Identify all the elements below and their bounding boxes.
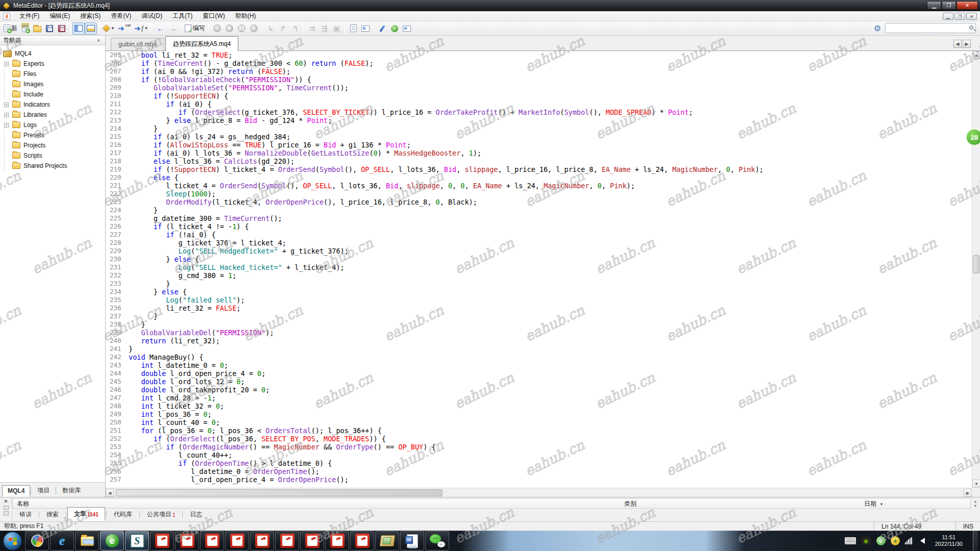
- start-button[interactable]: [3, 532, 22, 550]
- column-date[interactable]: 日期▼: [860, 499, 888, 508]
- scroll-right-icon[interactable]: ▶: [964, 489, 972, 497]
- column-name[interactable]: 名称: [13, 499, 620, 508]
- menu-item-3[interactable]: 查看(V): [106, 11, 136, 21]
- tab-scroll-right-icon[interactable]: ▶: [963, 40, 971, 48]
- maximize-button[interactable]: ❐: [942, 1, 956, 10]
- floating-badge[interactable]: 28: [966, 129, 980, 146]
- taskbar-app-pinwheel[interactable]: [25, 531, 49, 550]
- menu-item-4[interactable]: 调试(D): [136, 11, 167, 21]
- mdi-close-button[interactable]: ✕: [966, 13, 977, 20]
- speaker-icon[interactable]: [917, 538, 925, 544]
- menu-item-6[interactable]: 窗口(W): [198, 11, 230, 21]
- continue-button[interactable]: ⇶: [318, 22, 330, 35]
- vertical-scrollbar[interactable]: ▲ ▼: [972, 51, 980, 488]
- toolbox-tab-0[interactable]: 错误: [13, 508, 38, 521]
- step-into-button[interactable]: ↳: [264, 22, 277, 35]
- nvidia-tray-icon[interactable]: ◉: [861, 537, 871, 545]
- mql-wizard-button[interactable]: ▼: [102, 22, 116, 35]
- hscroll-thumb[interactable]: [116, 489, 443, 496]
- navigator-tab-1[interactable]: 项目: [32, 484, 55, 497]
- tree-item-include[interactable]: Include: [0, 89, 105, 99]
- tree-item-logs[interactable]: +Logs: [0, 120, 105, 130]
- debug-pause-button[interactable]: ❚❚: [235, 22, 248, 35]
- debug-restart-button[interactable]: ↺: [211, 22, 223, 35]
- taskbar-app-metaeditor[interactable]: S: [125, 531, 149, 550]
- code-editor[interactable]: 205 bool li_ret_32 = TRUE;206 if (TimeCu…: [106, 51, 972, 488]
- scroll-up-icon[interactable]: ▲: [972, 51, 980, 59]
- tree-item-projects[interactable]: Projects: [0, 140, 105, 151]
- menu-item-2[interactable]: 搜索(S): [75, 11, 106, 21]
- taskbar-app-wechat[interactable]: [425, 531, 449, 550]
- minimize-button[interactable]: ▁: [927, 1, 941, 10]
- mdi-minimize-button[interactable]: ▁: [943, 13, 953, 20]
- compile-button[interactable]: 编写: [183, 22, 206, 35]
- toolbox-tab-1[interactable]: 搜索: [40, 508, 65, 521]
- highlight-button[interactable]: [376, 22, 388, 35]
- taskbar-app-word[interactable]: [400, 531, 424, 550]
- toolbox-close-icon[interactable]: ✕: [4, 498, 8, 504]
- taskbar-app-red-8[interactable]: [325, 531, 349, 550]
- taskbar-app-ie[interactable]: e: [50, 531, 74, 550]
- browser-tray-icon[interactable]: e: [876, 536, 886, 545]
- tree-item-scripts[interactable]: Scripts: [0, 151, 105, 161]
- keyboard-tray-icon[interactable]: [845, 537, 856, 544]
- toolbox-tab-2[interactable]: 文章1141: [67, 507, 105, 521]
- toggle-toolbox-button[interactable]: [85, 22, 97, 35]
- tab-scroll-left-icon[interactable]: ◀: [953, 40, 962, 48]
- menu-item-7[interactable]: 帮助(H): [230, 11, 261, 21]
- expand-plus-icon[interactable]: +: [4, 113, 9, 117]
- column-category[interactable]: 类别: [620, 499, 860, 508]
- taskbar-app-red-9[interactable]: [350, 531, 374, 550]
- menu-item-1[interactable]: 编辑(E): [44, 11, 75, 21]
- tree-item-images[interactable]: Images: [0, 79, 105, 89]
- plus-tray-icon[interactable]: +: [891, 536, 900, 545]
- menu-item-0[interactable]: 文件(F): [14, 11, 44, 21]
- toolbox-tab-4[interactable]: 公共项目1: [141, 508, 182, 521]
- expand-plus-icon[interactable]: +: [4, 123, 9, 128]
- debug-stop-button[interactable]: ■: [248, 22, 260, 35]
- taskbar-app-red-1[interactable]: [150, 531, 174, 550]
- snippets-button[interactable]: [359, 22, 372, 35]
- tree-item-files[interactable]: Files: [0, 69, 105, 79]
- open-file-button[interactable]: [31, 22, 43, 35]
- taskbar-app-red-4[interactable]: [225, 531, 249, 550]
- scroll-left-icon[interactable]: ◀: [106, 489, 114, 497]
- taskbar-app-red-3[interactable]: [200, 531, 224, 550]
- horizontal-scrollbar[interactable]: ◀ ▶: [106, 488, 972, 497]
- editor-tab-1[interactable]: 趋势跟踪系统A5.mq4: [165, 36, 238, 51]
- expand-plus-icon[interactable]: +: [4, 103, 9, 107]
- show-desktop-button[interactable]: [973, 531, 978, 551]
- mqid-button[interactable]: [401, 22, 413, 35]
- step-over-button[interactable]: ↱: [277, 22, 289, 35]
- tree-item-indicators[interactable]: +Indicators: [0, 99, 105, 110]
- editor-tab-0[interactable]: guibin s9.mq4: [111, 38, 164, 51]
- save-as-button[interactable]: [56, 22, 68, 35]
- function-list-button[interactable]: ➜f▼: [133, 22, 150, 35]
- expand-plus-icon[interactable]: +: [4, 62, 9, 66]
- tree-item-presets[interactable]: Presets: [0, 130, 105, 140]
- syntax-check-button[interactable]: ✓: [388, 22, 401, 35]
- toolbox-spinner[interactable]: ▲▼: [972, 498, 979, 509]
- close-button[interactable]: ✕: [957, 1, 978, 10]
- search-input[interactable]: [885, 23, 976, 33]
- copy-list-button[interactable]: [347, 22, 359, 35]
- settings-gear-icon[interactable]: ⚙: [874, 23, 881, 33]
- menu-item-5[interactable]: 工具(T): [167, 11, 198, 21]
- navigator-close-icon[interactable]: ×: [95, 37, 102, 43]
- tree-item-experts[interactable]: +Experts: [0, 59, 105, 69]
- scroll-down-icon[interactable]: ▼: [972, 480, 980, 488]
- taskbar-app-red-7[interactable]: [300, 531, 324, 550]
- break-button[interactable]: ▣: [330, 22, 342, 35]
- taskbar-clock[interactable]: 11:51 2022/11/30: [930, 534, 968, 547]
- taskbar-app-book[interactable]: [375, 531, 399, 550]
- goto-declaration-button[interactable]: ➜var: [116, 22, 133, 35]
- tree-item-libraries[interactable]: +Libraries: [0, 110, 105, 120]
- toolbox-dock-icon[interactable]: [4, 506, 9, 510]
- toolbox-tab-3[interactable]: 代码库: [108, 508, 138, 521]
- toolbox-tab-5[interactable]: 日志: [184, 508, 208, 521]
- taskbar-app-red-5[interactable]: [250, 531, 274, 550]
- network-signal-icon[interactable]: [905, 537, 912, 544]
- step-out-button[interactable]: ↰: [289, 22, 301, 35]
- navigate-forward-button[interactable]: →: [166, 22, 179, 35]
- navigator-tab-2[interactable]: 数据库: [57, 484, 86, 497]
